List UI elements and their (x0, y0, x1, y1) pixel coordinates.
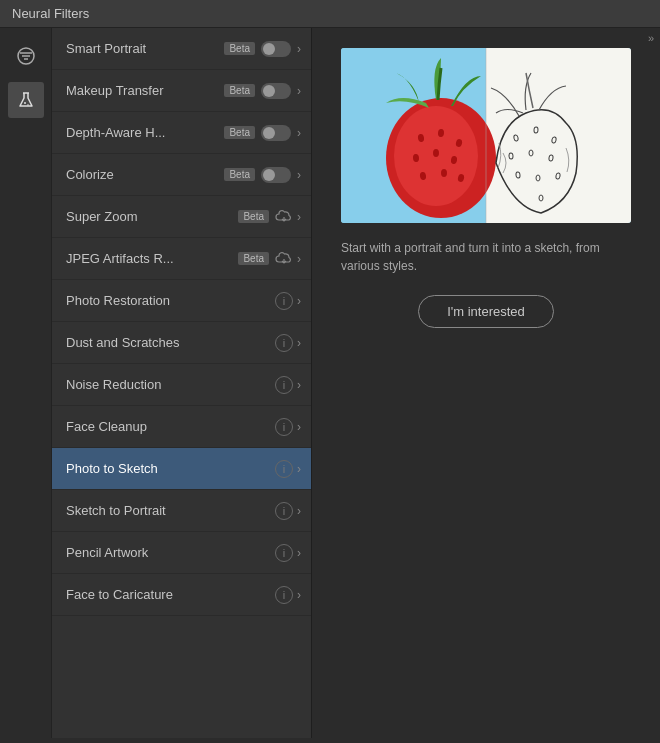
svg-point-4 (24, 102, 26, 104)
chevron-icon-super-zoom: › (297, 210, 301, 224)
filter-name-jpeg-artifacts: JPEG Artifacts R... (66, 251, 238, 266)
title-bar: Neural Filters (0, 0, 660, 28)
interested-button[interactable]: I'm interested (418, 295, 554, 328)
cloud-icon-jpeg-artifacts (275, 250, 293, 267)
chevron-icon-sketch-to-portrait: › (297, 504, 301, 518)
filter-name-smart-portrait: Smart Portrait (66, 41, 224, 56)
chevron-icon-noise-reduction: › (297, 378, 301, 392)
content-panel: » (312, 28, 660, 738)
preview-image (341, 48, 631, 223)
toggle-makeup-transfer[interactable] (261, 83, 291, 99)
filter-item-super-zoom[interactable]: Super ZoomBeta › (52, 196, 311, 238)
info-icon-pencil-artwork: i (275, 544, 293, 562)
svg-point-5 (27, 104, 29, 106)
filter-name-colorize: Colorize (66, 167, 224, 182)
info-icon-photo-restoration: i (275, 292, 293, 310)
chevron-icon-face-to-caricature: › (297, 588, 301, 602)
filter-name-super-zoom: Super Zoom (66, 209, 238, 224)
title-label: Neural Filters (12, 6, 89, 21)
chevron-icon-face-cleanup: › (297, 420, 301, 434)
filter-item-colorize[interactable]: ColorizeBeta› (52, 154, 311, 196)
filter-name-photo-to-sketch: Photo to Sketch (66, 461, 275, 476)
beta-badge-jpeg-artifacts: Beta (238, 252, 269, 265)
filter-name-face-cleanup: Face Cleanup (66, 419, 275, 434)
filter-panel: Smart PortraitBeta›Makeup TransferBeta›D… (52, 28, 312, 738)
filter-name-noise-reduction: Noise Reduction (66, 377, 275, 392)
icon-sidebar (0, 28, 52, 738)
beta-badge-colorize: Beta (224, 168, 255, 181)
info-icon-sketch-to-portrait: i (275, 502, 293, 520)
chevron-icon-colorize: › (297, 168, 301, 182)
filter-item-noise-reduction[interactable]: Noise Reductioni› (52, 364, 311, 406)
filter-item-pencil-artwork[interactable]: Pencil Artworki› (52, 532, 311, 574)
main-layout: Smart PortraitBeta›Makeup TransferBeta›D… (0, 28, 660, 738)
cloud-icon-super-zoom (275, 208, 293, 225)
sidebar-filter-icon[interactable] (8, 38, 44, 74)
toggle-depth-aware[interactable] (261, 125, 291, 141)
filter-item-photo-restoration[interactable]: Photo Restorationi› (52, 280, 311, 322)
filter-item-jpeg-artifacts[interactable]: JPEG Artifacts R...Beta › (52, 238, 311, 280)
filter-description: Start with a portrait and turn it into a… (341, 239, 631, 275)
svg-point-16 (433, 149, 439, 157)
info-icon-noise-reduction: i (275, 376, 293, 394)
info-icon-dust-scratches: i (275, 334, 293, 352)
filter-item-face-cleanup[interactable]: Face Cleanupi› (52, 406, 311, 448)
info-icon-face-cleanup: i (275, 418, 293, 436)
beta-badge-smart-portrait: Beta (224, 42, 255, 55)
filter-name-sketch-to-portrait: Sketch to Portrait (66, 503, 275, 518)
filter-item-dust-scratches[interactable]: Dust and Scratchesi› (52, 322, 311, 364)
chevron-icon-dust-scratches: › (297, 336, 301, 350)
filter-item-makeup-transfer[interactable]: Makeup TransferBeta› (52, 70, 311, 112)
chevron-icon-smart-portrait: › (297, 42, 301, 56)
chevron-icon-photo-to-sketch: › (297, 462, 301, 476)
svg-point-19 (441, 169, 447, 177)
filter-item-smart-portrait[interactable]: Smart PortraitBeta› (52, 28, 311, 70)
toggle-smart-portrait[interactable] (261, 41, 291, 57)
filter-item-depth-aware[interactable]: Depth-Aware H...Beta› (52, 112, 311, 154)
expand-button[interactable]: » (648, 32, 654, 44)
filter-name-pencil-artwork: Pencil Artwork (66, 545, 275, 560)
toggle-colorize[interactable] (261, 167, 291, 183)
filter-name-makeup-transfer: Makeup Transfer (66, 83, 224, 98)
svg-rect-9 (486, 48, 631, 223)
chevron-icon-photo-restoration: › (297, 294, 301, 308)
info-icon-photo-to-sketch: i (275, 460, 293, 478)
info-icon-face-to-caricature: i (275, 586, 293, 604)
filter-item-face-to-caricature[interactable]: Face to Caricaturei› (52, 574, 311, 616)
chevron-icon-pencil-artwork: › (297, 546, 301, 560)
beta-badge-depth-aware: Beta (224, 126, 255, 139)
filter-item-photo-to-sketch[interactable]: Photo to Sketchi› (52, 448, 311, 490)
filter-name-dust-scratches: Dust and Scratches (66, 335, 275, 350)
beta-badge-super-zoom: Beta (238, 210, 269, 223)
filter-name-depth-aware: Depth-Aware H... (66, 125, 224, 140)
filter-name-photo-restoration: Photo Restoration (66, 293, 275, 308)
sidebar-flask-icon[interactable] (8, 82, 44, 118)
chevron-icon-depth-aware: › (297, 126, 301, 140)
filter-name-face-to-caricature: Face to Caricature (66, 587, 275, 602)
chevron-icon-jpeg-artifacts: › (297, 252, 301, 266)
filter-item-sketch-to-portrait[interactable]: Sketch to Portraiti› (52, 490, 311, 532)
chevron-icon-makeup-transfer: › (297, 84, 301, 98)
beta-badge-makeup-transfer: Beta (224, 84, 255, 97)
